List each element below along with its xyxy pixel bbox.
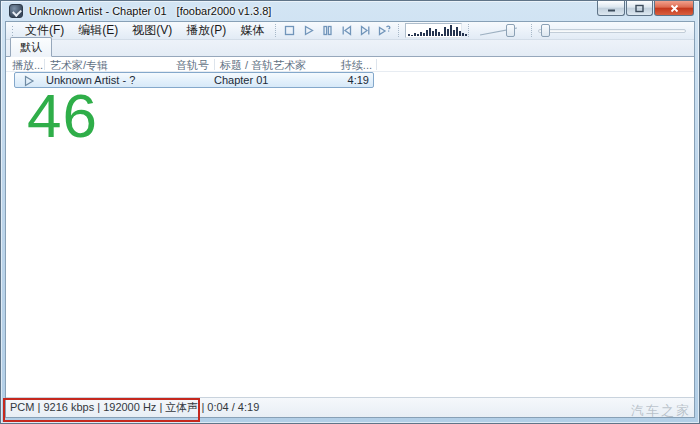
watermark: 汽车之家 [631, 402, 691, 420]
play-button[interactable] [299, 23, 318, 39]
seek-thumb[interactable] [541, 24, 550, 37]
previous-icon [340, 24, 353, 37]
maximize-icon [635, 4, 644, 13]
cell-duration: 4:19 [335, 74, 369, 86]
foobar2000-window: Unknown Artist - Chapter 01[foobar2000 v… [0, 0, 700, 424]
window-title-app: [foobar2000 v1.3.8] [177, 5, 272, 17]
pause-button[interactable] [318, 23, 337, 39]
window-title-track: Unknown Artist - Chapter 01 [29, 5, 167, 17]
toolbar-separator [468, 24, 469, 37]
minimize-button[interactable] [597, 1, 625, 16]
close-button[interactable] [654, 1, 694, 16]
previous-button[interactable] [337, 23, 356, 39]
toolbar-separator [275, 24, 276, 37]
window-content: 文件(F) 编辑(E) 视图(V) 播放(P) 媒体 [5, 21, 695, 418]
close-icon [670, 4, 679, 13]
seek-groove [538, 29, 686, 33]
overlay-big-number: 46 [27, 85, 98, 147]
column-duration[interactable]: 持续... [334, 58, 372, 73]
next-button[interactable] [356, 23, 375, 39]
title-bar: Unknown Artist - Chapter 01[foobar2000 v… [1, 1, 699, 21]
pause-icon [321, 24, 334, 37]
seek-bar[interactable] [538, 23, 686, 39]
spectrum-visualization[interactable] [405, 23, 462, 38]
toolbar-separator [531, 24, 532, 37]
column-artist-album[interactable]: 艺术家/专辑 [50, 58, 108, 73]
toolbar-separator [398, 24, 399, 37]
column-title-artist[interactable]: 标题 / 音轨艺术家 [220, 58, 306, 73]
column-track-number[interactable]: 音轨号 [164, 58, 209, 73]
menu-library[interactable]: 媒体 [233, 21, 271, 40]
random-icon [377, 24, 392, 37]
column-divider[interactable] [44, 59, 45, 70]
volume-slider[interactable] [475, 23, 525, 39]
table-row[interactable]: Unknown Artist - ? Chapter 01 4:19 [6, 72, 694, 89]
play-icon [302, 24, 315, 37]
playlist-tabs: 默认 [6, 40, 694, 57]
window-title: Unknown Artist - Chapter 01[foobar2000 v… [29, 5, 271, 17]
stop-icon [283, 24, 296, 37]
column-divider[interactable] [344, 59, 345, 70]
status-bar: PCM | 9216 kbps | 192000 Hz | 立体声 | 0:04… [6, 397, 694, 417]
minimize-icon [607, 4, 616, 13]
menu-view[interactable]: 视图(V) [125, 21, 179, 40]
menu-playback[interactable]: 播放(P) [179, 21, 233, 40]
column-divider[interactable] [214, 59, 215, 70]
volume-thumb[interactable] [506, 24, 515, 37]
status-text: PCM | 9216 kbps | 192000 Hz | 立体声 | 0:04… [6, 400, 259, 415]
column-playing[interactable]: 播放... [12, 58, 43, 73]
toolbar-grip[interactable] [11, 25, 15, 37]
tab-default-playlist[interactable]: 默认 [10, 37, 52, 57]
next-icon [359, 24, 372, 37]
maximize-button[interactable] [626, 1, 653, 16]
playlist-view[interactable]: 播放... 艺术家/专辑 音轨号 标题 / 音轨艺术家 持续... Unknow… [6, 57, 694, 397]
stop-button[interactable] [280, 23, 299, 39]
menu-toolbar: 文件(F) 编辑(E) 视图(V) 播放(P) 媒体 [6, 22, 694, 40]
column-divider[interactable] [376, 59, 377, 70]
menu-edit[interactable]: 编辑(E) [71, 21, 125, 40]
window-controls [596, 1, 694, 16]
playlist-header: 播放... 艺术家/专辑 音轨号 标题 / 音轨艺术家 持续... [6, 57, 694, 72]
random-button[interactable] [375, 23, 394, 39]
cell-title: Chapter 01 [214, 74, 268, 86]
app-icon[interactable] [9, 4, 23, 18]
